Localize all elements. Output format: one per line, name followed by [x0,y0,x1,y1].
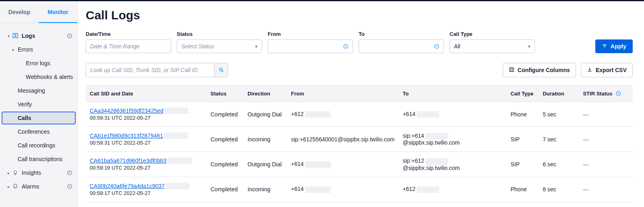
info-icon[interactable] [615,91,621,97]
from-field[interactable] [272,43,343,50]
info-icon[interactable] [67,183,72,190]
cell-to: +612 [398,177,506,202]
status-select-field[interactable] [181,43,255,50]
redacted-segment [417,186,439,193]
redacted-segment [305,186,331,193]
chevron-down-icon: ▾ [528,44,530,49]
cell-direction: Outgoing Dial [244,102,287,127]
redacted-segment [305,111,331,118]
sidebar-item-alarms[interactable]: ▸ Alarms [0,180,77,193]
filter-status-label: Status [177,31,262,37]
download-icon [587,67,592,74]
call-sid-link[interactable]: CAb1e1f980d9c313f2879461 [90,132,202,139]
tab-monitor[interactable]: Monitor [39,1,77,23]
sidebar: Develop Monitor ▾ Logs ▾ Errors Error lo… [0,1,78,207]
filter-calltype-label: Call Type [450,31,535,37]
main-content: Call Logs Date/Time Status ▾ From [78,1,644,207]
filter-to-label: To [359,31,444,37]
from-input[interactable] [268,39,353,53]
svg-point-11 [346,45,346,46]
cell-stir: — [579,127,633,152]
to-input[interactable] [359,39,444,53]
call-sid-link[interactable]: CAa344286361f59df23425ed [90,108,202,114]
date-range-field[interactable] [90,43,167,50]
sidebar-item-messaging[interactable]: Messaging [18,84,77,97]
call-sid-link[interactable]: CA90b240a6fe79a4da1c9037 [90,183,202,189]
table-row: CA61ba5a671d960f1e3df0bb300:59:19 UTC 20… [86,152,633,177]
page-title: Call Logs [86,8,633,22]
chevron-down-icon: ▾ [255,44,258,49]
info-icon[interactable] [67,170,72,176]
info-icon[interactable] [343,43,349,50]
status-select[interactable]: ▾ [177,39,262,53]
tab-develop[interactable]: Develop [0,1,39,23]
cell-stir: — [579,152,633,177]
cell-duration: 8 sec [539,177,579,202]
col-duration: Duration [539,86,579,102]
col-status: Status [206,86,244,102]
sidebar-logs-label: Logs [22,33,67,39]
bell-icon [11,184,19,189]
cell-calltype: Phone [506,102,539,127]
sidebar-item-webhooks[interactable]: Webhooks & alerts [18,70,77,84]
to-field[interactable] [363,43,434,50]
book-icon [11,33,19,39]
cell-from: sip:+61255640001@sippbx.sip.twilio.com [287,127,398,152]
sidebar-item-insights[interactable]: ▸ Insights [0,166,77,180]
col-to: To [398,86,506,102]
filter-date-label: Date/Time [86,31,171,37]
lookup-field[interactable] [86,63,214,77]
apply-button[interactable]: Apply [595,39,633,53]
calltype-select[interactable]: All ▾ [450,39,535,53]
export-csv-button[interactable]: Export CSV [581,63,633,77]
info-icon[interactable] [434,43,440,50]
filter-icon [602,43,607,50]
call-log-table: Call SID and Date Status Direction From … [86,85,633,202]
chevron-down-icon: ▾ [12,48,16,52]
sidebar-item-conferences[interactable]: Conferences [18,125,77,139]
call-date: 00:59:31 UTC 2022-05-27 [90,115,202,121]
date-range-input[interactable] [86,39,171,53]
cell-calltype: Phone [506,177,539,202]
secondary-bar: Configure Columns Export CSV [86,63,633,77]
call-date: 00:59:31 UTC 2022-05-27 [90,140,202,146]
lightbulb-icon [11,170,19,176]
call-date: 00:59:19 UTC 2022-05-27 [90,165,202,171]
cell-stir: — [579,177,633,202]
svg-point-8 [70,185,70,186]
info-icon[interactable] [67,33,72,39]
export-csv-label: Export CSV [596,67,627,73]
call-sid-link[interactable]: CA61ba5a671d960f1e3df0bb3 [90,157,202,164]
cell-direction: Outgoing Dial [244,152,287,177]
svg-rect-20 [510,68,514,71]
redacted-segment [164,108,188,114]
filter-from-label: From [268,31,353,37]
cell-from: +614 [287,177,398,202]
redacted-segment [167,157,192,164]
redacted-segment [305,161,331,168]
sidebar-item-errors[interactable]: ▾ Errors [18,43,77,56]
configure-columns-button[interactable]: Configure Columns [503,63,576,77]
calltype-value: All [454,43,460,50]
sidebar-item-logs[interactable]: ▾ Logs [0,29,77,43]
cell-to: sip:+614@sippbx.sip.twilio.com [398,127,506,152]
table-row: CAb1e1f980d9c313f287946100:59:31 UTC 202… [86,127,633,152]
sidebar-alarms-label: Alarms [22,183,67,190]
sidebar-item-error-logs[interactable]: Error logs [18,56,77,70]
sidebar-item-call-transcriptions[interactable]: Call transcriptions [18,152,77,166]
svg-point-14 [437,45,437,46]
cell-status: Completed [206,127,244,152]
sidebar-item-call-recordings[interactable]: Call recordings [18,139,77,152]
search-button[interactable] [214,63,228,77]
sidebar-item-verify[interactable]: Verify [18,97,77,111]
chevron-right-icon: ▸ [6,171,10,175]
svg-line-19 [222,71,223,72]
col-calltype: Call Type [506,86,539,102]
cell-status: Completed [206,102,244,127]
cell-status: Completed [206,152,244,177]
chevron-down-icon: ▾ [6,34,10,38]
call-date: 00:59:17 UTC 2022-05-27 [90,190,202,196]
sidebar-item-calls[interactable]: Calls [2,112,76,124]
sidebar-errors-label: Errors [18,46,33,53]
lookup-input[interactable] [86,63,228,77]
